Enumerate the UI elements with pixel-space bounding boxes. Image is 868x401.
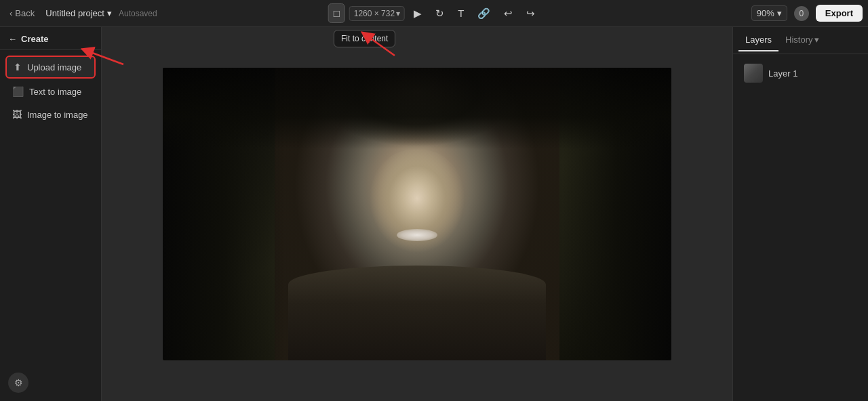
text-icon: T [458,7,464,19]
back-chevron-icon: ‹ [9,8,12,18]
topbar-right: 90% ▾ 0 Export [751,5,863,22]
topbar-center: □ 1260 × 732 ▾ ▶ ↻ T 🔗 ↩ ↪ [328,3,540,23]
settings-button[interactable]: ⚙ [8,373,28,393]
zoom-chevron-icon: ▾ [777,8,782,18]
tab-layers[interactable]: Layers [738,29,778,51]
sidebar-header: ← Create [0,27,101,50]
link-icon: 🔗 [477,7,490,20]
right-sidebar-content: Layer 1 [733,54,868,92]
sidebar-item-text-to-image[interactable]: ⬛ Text to image [5,81,96,102]
layer-thumbnail [744,64,763,83]
right-sidebar: Layers History ▾ Layer 1 [732,27,868,401]
zoom-label: 90% [757,8,774,18]
sidebar-item-image-to-image[interactable]: 🖼 Image to image [5,104,96,125]
canvas-image [163,68,671,360]
zoom-control[interactable]: 90% ▾ [751,5,787,21]
canvas-size-control[interactable]: 1260 × 732 ▾ [349,6,405,21]
badge: 0 [794,6,809,21]
autosaved-label: Autosaved [119,9,157,18]
fit-icon: □ [334,7,340,19]
topbar-left: ‹ Back Untitled project ▾ Autosaved [5,5,157,21]
right-sidebar-tabs: Layers History ▾ [733,27,868,54]
sidebar-item-label: Image to image [27,110,88,120]
redo-button[interactable]: ↪ [521,4,540,23]
main-area: ← Create ⬆ Upload image ⬛ Text to image … [0,27,868,401]
rotate-icon: ↻ [435,7,444,20]
canvas-area [102,27,732,401]
link-tool-button[interactable]: 🔗 [473,4,495,23]
settings-icon: ⚙ [14,377,23,388]
layer-thumb-image [744,64,763,83]
project-name[interactable]: Untitled project ▾ [45,8,112,18]
topbar: ‹ Back Untitled project ▾ Autosaved □ 12… [0,0,868,27]
redo-icon: ↪ [526,7,535,20]
layer-label: Layer 1 [768,68,797,79]
bottom-bar: ⚙ [8,373,28,393]
project-chevron-icon: ▾ [107,8,112,18]
sidebar-header-label: Create [21,34,48,44]
sidebar-item-label: Upload image [27,62,81,72]
upload-icon: ⬆ [14,62,22,72]
layer-item[interactable]: Layer 1 [738,60,863,87]
left-sidebar: ← Create ⬆ Upload image ⬛ Text to image … [0,27,102,401]
project-name-label: Untitled project [45,8,104,18]
sidebar-back-icon: ← [8,34,17,44]
export-label: Export [825,8,853,18]
tab-history[interactable]: History ▾ [778,29,826,51]
sidebar-item-upload-image[interactable]: ⬆ Upload image [5,56,96,79]
tab-layers-label: Layers [745,35,772,45]
sidebar-item-label: Text to image [29,87,81,97]
text-tool-button[interactable]: T [453,4,469,22]
back-label: Back [15,8,35,18]
sidebar-menu: ⬆ Upload image ⬛ Text to image 🖼 Image t… [0,50,101,130]
select-icon: ▶ [414,7,422,20]
back-button[interactable]: ‹ Back [5,5,39,21]
history-chevron-icon: ▾ [814,35,819,45]
fit-to-content-button[interactable]: □ [328,3,345,23]
rotate-tool-button[interactable]: ↻ [431,4,449,23]
image-to-image-icon: 🖼 [12,109,22,120]
canvas-size-chevron-icon: ▾ [396,9,400,18]
export-button[interactable]: Export [816,5,863,22]
select-tool-button[interactable]: ▶ [409,4,427,23]
badge-count: 0 [799,9,804,18]
text-to-image-icon: ⬛ [12,86,24,97]
canvas-size-label: 1260 × 732 [354,9,395,18]
tab-history-label: History [785,35,812,45]
undo-icon: ↩ [504,7,513,20]
undo-button[interactable]: ↩ [499,4,517,23]
